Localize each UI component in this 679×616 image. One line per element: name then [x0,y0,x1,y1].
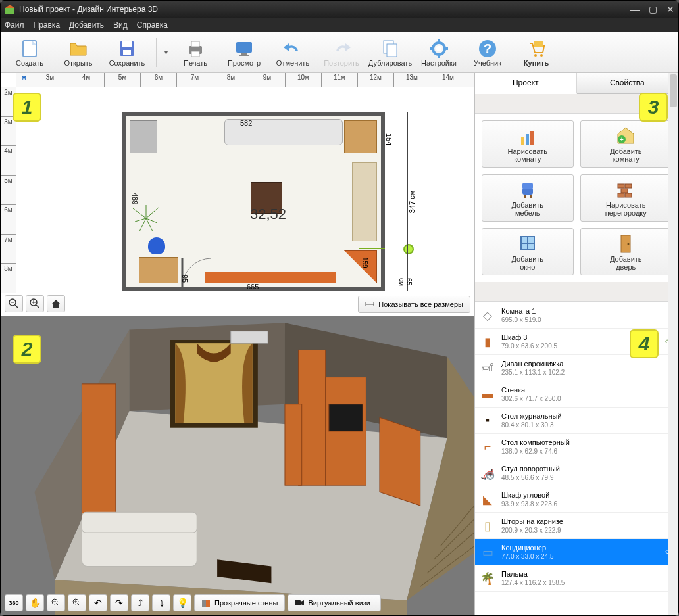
toolbar-save-button[interactable]: Сохранить [103,33,151,72]
furniture-corner[interactable] [344,250,377,283]
object-name: Шкаф 3 [501,333,557,342]
toolbar-label: Купить [524,59,549,67]
svg-rect-11 [241,53,247,55]
home-button[interactable] [47,295,65,312]
view-3d[interactable]: 360 ✋ ↶ ↷ ⤴ ⤵ 💡 Прозрачные стены В [1,316,474,615]
svg-rect-80 [530,195,532,198]
action-window-button[interactable]: Добавитьокно [482,228,574,275]
light-button[interactable]: 💡 [173,594,191,611]
transparent-walls-button[interactable]: Прозрачные стены [194,594,285,611]
svg-marker-70 [301,600,304,605]
dim-154: 154 [385,133,393,145]
rotate-360-button[interactable]: 360 [5,594,23,611]
furniture-desk[interactable] [139,257,178,283]
object-dimensions: 127.4 x 116.2 x 158.5 [501,579,565,588]
furniture-palm[interactable] [130,202,163,235]
svg-marker-1 [5,5,14,8]
toolbar-label: Повторить [324,59,359,67]
furniture-sofa-bottom[interactable] [205,272,336,283]
object-item[interactable]: ◇Комната 1695.0 x 519.0 [475,302,678,329]
toolbar-cart-button[interactable]: Купить [513,33,560,72]
tilt-up-button[interactable]: ⤴ [131,594,149,611]
svg-rect-12 [239,55,249,56]
save-icon [116,38,138,59]
chair-icon [517,179,538,200]
object-item[interactable]: ▬Стенка302.6 x 71.7 x 250.0 [475,381,678,408]
show-all-sizes-button[interactable]: Показывать все размеры [358,296,470,313]
pan-button[interactable]: ✋ [26,594,44,611]
toolbar-gear-button[interactable]: Настройки [415,33,463,72]
callout-3: 3 [639,93,668,122]
virtual-visit-button[interactable]: Виртуальный визит [288,594,381,611]
toolbar-monitor-button[interactable]: Просмотр [220,33,268,72]
menu-Справка[interactable]: Справка [137,20,168,30]
svg-point-90 [628,243,630,245]
dim-665: 665 [247,283,259,291]
toolbar-file-button[interactable]: Создать [6,33,53,72]
file-icon [19,38,40,59]
svg-rect-18 [438,55,440,58]
zoom-in-button[interactable] [26,295,44,312]
toolbar-copy-button[interactable]: Дублировать [366,33,414,72]
toolbar-print-button[interactable]: Печать [172,33,219,72]
plan-view[interactable]: м3м4м5м6м7м8м9м10м11м12м13м14м 2м3м4м5м6… [1,73,474,316]
object-dimensions: 93.9 x 93.8 x 223.6 [501,500,557,509]
object-item[interactable]: 🌴Пальма127.4 x 116.2 x 158.5 [475,565,678,592]
svg-rect-6 [123,50,131,55]
action-door-button[interactable]: Добавитьдверь [580,228,672,275]
rotate-left-button[interactable]: ↶ [89,594,107,611]
object-thumb-icon: ◇ [479,307,496,324]
svg-text:?: ? [484,41,491,56]
menu-Добавить[interactable]: Добавить [69,20,104,30]
zoom-out-3d-button[interactable] [47,594,65,611]
object-item[interactable]: ▪Стол журнальный80.4 x 80.1 x 30.3 [475,408,678,434]
zoom-in-3d-button[interactable] [68,594,86,611]
undo-icon [282,38,303,59]
furniture-chair[interactable] [148,237,165,254]
minimize-button[interactable]: — [630,4,640,14]
object-thumb-icon: 🛋 [479,360,496,377]
action-addroom-button[interactable]: +Добавитькомнату [580,120,672,168]
svg-line-64 [78,604,80,606]
tab-properties[interactable]: Свойства [577,73,679,93]
toolbar-label: Печать [184,59,207,67]
action-chair-button[interactable]: Добавитьмебель [482,174,574,222]
object-thumb-icon: ▮ [479,333,496,350]
object-item[interactable]: ◣Шкаф угловой93.9 x 93.8 x 223.6 [475,486,678,513]
object-item[interactable]: ▭Кондиционер77.0 x 33.0 x 24.5👁 [475,539,678,565]
toolbar-folder-button[interactable]: Открыть [55,33,102,72]
object-item[interactable]: ▯Шторы на карнизе200.9 x 20.3 x 222.9 [475,513,678,539]
furniture-ac[interactable] [130,120,157,153]
toolbar-label: Дублировать [368,59,412,67]
svg-rect-84 [618,193,624,197]
object-item[interactable]: ⌐Стол компьютерный138.0 x 62.9 x 74.6 [475,434,678,460]
object-item[interactable]: 🛋Диван еврокнижка235.1 x 113.1 x 102.2 [475,355,678,381]
object-thumb-icon: ▯ [479,517,496,534]
furniture-wall-unit[interactable] [352,162,377,241]
menu-Правка[interactable]: Правка [34,20,61,30]
scrollbar[interactable] [668,302,678,615]
action-pencil-button[interactable]: Нарисоватькомнату [482,120,574,168]
close-button[interactable]: ✕ [666,4,674,14]
menu-Файл[interactable]: Файл [5,20,24,30]
tab-project[interactable]: Проект [475,73,577,94]
object-item[interactable]: 🦽Стул поворотный48.5 x 56.6 x 79.9 [475,460,678,486]
furniture-cabinet[interactable] [344,120,377,153]
copy-icon [380,38,401,59]
object-name: Стул поворотный [501,464,560,473]
toolbar-help-button[interactable]: ?Учебник [464,33,511,72]
room-outline[interactable] [122,112,385,291]
menu-Вид[interactable]: Вид [113,20,128,30]
titlebar: Новый проект - Дизайн Интерьера 3D — ▢ ✕ [1,1,678,18]
svg-rect-53 [329,404,363,431]
maximize-button[interactable]: ▢ [649,4,657,14]
tilt-down-button[interactable]: ⤵ [152,594,170,611]
zoom-out-button[interactable] [5,295,23,312]
svg-marker-58 [380,417,420,506]
action-wall-button[interactable]: Нарисоватьперегородку [580,174,672,222]
rotate-right-button[interactable]: ↷ [110,594,128,611]
toolbar-redo-button[interactable]: Повторить [318,33,365,72]
svg-rect-54 [82,384,115,519]
toolbar-undo-button[interactable]: Отменить [269,33,316,72]
wall-icon [615,179,636,200]
